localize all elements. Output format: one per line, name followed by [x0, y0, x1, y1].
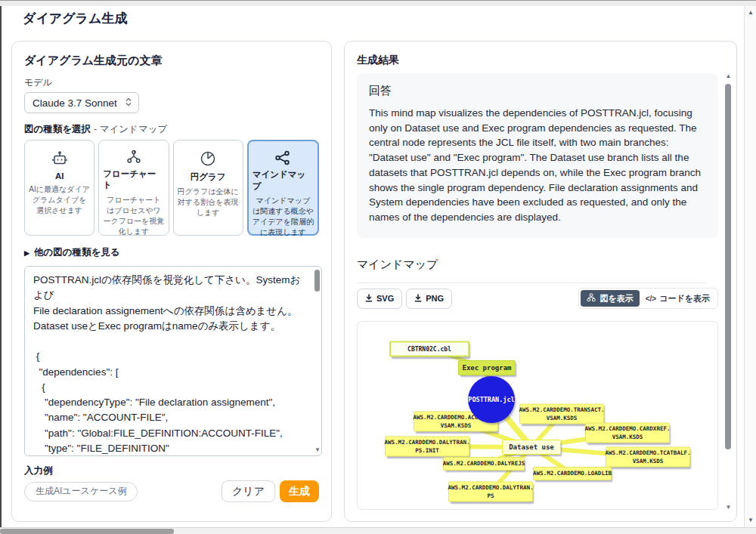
mindmap-canvas[interactable]: POSTTRAN.jclExec programCBTRN02C.cblData… [357, 321, 718, 510]
input-example-label: 入力例 [24, 465, 319, 477]
model-select[interactable]: Claude 3.7 Sonnet [24, 92, 139, 113]
diagram-type-name: フローチャート [103, 168, 164, 191]
page-scroll-down-icon[interactable]: ▼ [745, 517, 756, 524]
page-vertical-scrollbar[interactable]: ▲ ▼ [744, 6, 756, 527]
answer-title: 回答 [369, 84, 706, 98]
diagram-type-card-flowchart[interactable]: フローチャートフローチャートはプロセスやワークフローを視覚化します [98, 140, 169, 236]
mindmap-node-dalytran_init: AWS.M2.CARDDEMO.DALYTRAN. PS.INIT [385, 437, 469, 457]
answer-box: 回答 This mind map visualizes the dependen… [357, 73, 718, 238]
mindmap-toolbar: SVG PNG 図を表示 </> コードを表示 [357, 288, 718, 309]
download-png-button[interactable]: PNG [406, 289, 452, 309]
scroll-up-icon[interactable]: ▲ [724, 73, 733, 79]
example-usecase-button[interactable]: 生成AIユースケース例 [24, 482, 138, 502]
mindmap-node-transact: AWS.M2.CARDDEMO.TRANSACT. VSAM.KSDS [519, 404, 604, 424]
diagram-type-card-mindmap-share[interactable]: マインドマップマインドマップは関連する概念やアイデアを階層的に表現します [247, 140, 319, 236]
download-icon [414, 294, 422, 304]
diagram-type-name: AI [55, 171, 64, 181]
diagram-source-panel: ダイアグラム生成元の文章 モデル Claude 3.7 Sonnet 図の種類を… [11, 41, 332, 522]
mindmap-node-exec: Exec program [458, 360, 516, 375]
collapsed-triangle-icon: ▶ [24, 249, 29, 257]
left-panel-actions: 生成AIユースケース例 クリア 生成 [24, 480, 319, 502]
result-panel: 生成結果 回答 This mind map visualizes the dep… [344, 41, 737, 522]
diagram-type-description: フローチャートはプロセスやワークフローを視覚化します [103, 195, 164, 237]
page-horizontal-scrollbar[interactable] [0, 527, 756, 534]
mindmap-node-loadlib: AWS.M2.CARDDEMO.LOADLIB [533, 467, 612, 480]
mindmap-node-dataset: Dataset use [502, 440, 561, 455]
mindmap-node-cardxref: AWS.M2.CARDDEMO.CARDXREF. VSAM.KSDS [585, 423, 670, 443]
diagram-type-label: 図の種類を選択- マインドマップ [24, 123, 319, 136]
model-select-value: Claude 3.7 Sonnet [33, 97, 117, 109]
clear-button[interactable]: クリア [222, 480, 275, 502]
answer-text: This mind map visualizes the dependencie… [369, 106, 706, 225]
page-hscrollbar-thumb[interactable] [0, 529, 174, 534]
model-label: モデル [24, 76, 319, 89]
download-icon [365, 294, 373, 304]
prompt-textarea[interactable]: POSTTRAN.jclの依存関係を視覚化して下さい。Systemおよび Fil… [24, 266, 322, 456]
diagram-type-name: 円グラフ [191, 171, 226, 183]
result-scrollbar-thumb[interactable] [725, 84, 731, 449]
diagram-type-description: AIに最適なダイアグラムタイプを選択させます [29, 184, 90, 216]
diagram-type-cards: AIAIに最適なダイアグラムタイプを選択させますフローチャートフローチャートはプ… [24, 140, 319, 236]
diagram-type-description: マインドマップは関連する概念やアイデアを階層的に表現します [253, 196, 314, 238]
code-icon: </> [646, 295, 656, 303]
show-diagram-button[interactable]: 図を表示 [581, 290, 639, 307]
page-scroll-up-icon[interactable]: ▲ [745, 9, 756, 17]
pie-chart-icon [199, 148, 217, 169]
source-panel-title: ダイアグラム生成元の文章 [24, 54, 319, 68]
sitemap-icon [587, 293, 596, 304]
result-panel-title: 生成結果 [357, 54, 399, 67]
prompt-textarea-wrap: POSTTRAN.jclの依存関係を視覚化して下さい。Systemおよび Fil… [24, 266, 322, 456]
diagram-type-card-pie-chart[interactable]: 円グラフ円グラフは全体に対する割合を表現します [173, 140, 243, 236]
page-title: ダイアグラム生成 [23, 10, 127, 27]
mindmap-node-dalyrejs: AWS.M2.CARDDEMO.DALYREJS [443, 457, 525, 471]
textarea-scroll-down-icon[interactable]: ▼ [314, 447, 321, 453]
result-panel-scrollbar[interactable]: ▲ ▼ [724, 73, 733, 511]
mindmap-node-root: POSTTRAN.jcl [468, 376, 515, 423]
flowchart-icon [125, 148, 143, 166]
more-diagram-types-toggle[interactable]: ▶他の図の種類を見る [24, 246, 319, 259]
download-svg-button[interactable]: SVG [357, 289, 402, 309]
mindmap-node-dalytran_ps: AWS.M2.CARDDEMO.DALYTRAN. PS [448, 482, 533, 502]
robot-icon [51, 148, 69, 169]
mindmap-node-tcatbalf: AWS.M2.CARDDEMO.TCATBALF. VSAM.KSDS [606, 447, 690, 468]
app-window: ダイアグラム生成 ダイアグラム生成元の文章 モデル Claude 3.7 Son… [0, 0, 756, 534]
window-top-band [0, 0, 756, 6]
scroll-down-icon[interactable]: ▼ [724, 505, 733, 511]
diagram-type-card-robot[interactable]: AIAIに最適なダイアグラムタイプを選択させます [24, 140, 94, 236]
show-code-button[interactable]: </> コードを表示 [640, 290, 716, 307]
diagram-type-name: マインドマップ [253, 169, 314, 192]
mindmap-section-title: マインドマップ [357, 258, 706, 283]
view-toggle-group: 図を表示 </> コードを表示 [578, 288, 718, 309]
textarea-scrollbar-thumb[interactable] [314, 270, 320, 292]
mindmap-node-cbtrn: CBTRN02C.cbl [389, 341, 469, 357]
mindmap-share-icon [274, 149, 292, 167]
window-left-edge [0, 6, 2, 534]
diagram-type-description: 円グラフは全体に対する割合を表現します [178, 187, 239, 218]
select-chevron-icon [125, 97, 132, 110]
generate-button[interactable]: 生成 [280, 480, 319, 502]
